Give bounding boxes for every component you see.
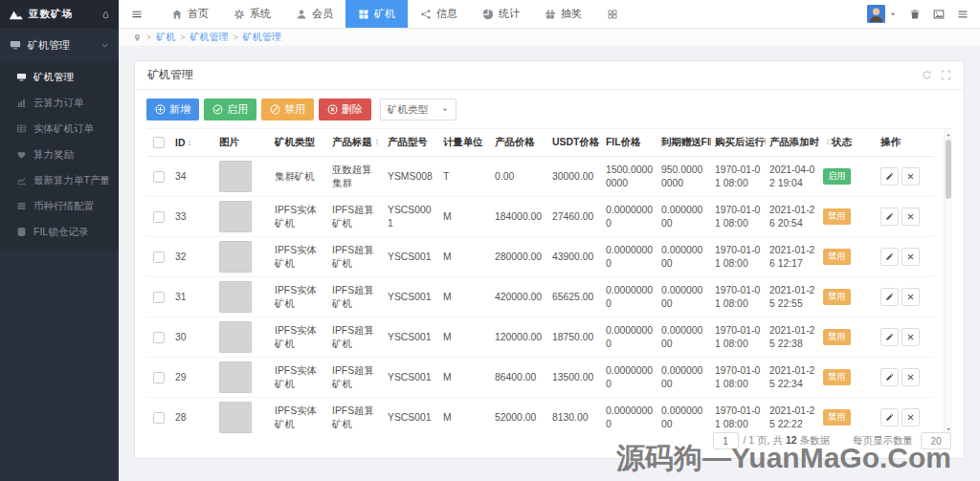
list-icon[interactable]	[957, 9, 969, 20]
sidebar-group-miner[interactable]: 矿机管理	[0, 29, 119, 61]
enable-button[interactable]: 启用	[204, 98, 256, 120]
sidebar-item-3[interactable]: 算力奖励	[0, 142, 119, 167]
edit-button[interactable]	[880, 208, 899, 226]
row-checkbox[interactable]	[153, 171, 165, 183]
sidebar-item-5[interactable]: 币种行情配置	[0, 193, 119, 219]
gear-icon	[234, 9, 245, 20]
cell-image	[215, 277, 271, 317]
row-checkbox[interactable]	[153, 332, 165, 343]
droplet-icon[interactable]	[101, 10, 110, 20]
nav-item-lottery[interactable]: 抽奖	[532, 0, 594, 28]
cell-price: 86400.00	[491, 358, 548, 398]
scrollbar-thumb[interactable]	[946, 140, 951, 199]
cell-id: 32	[171, 237, 215, 277]
refresh-icon[interactable]	[922, 70, 932, 80]
table-row-id-31: 31IPFS实体矿机IPFS超算矿机YSCS001M420000.0065625…	[146, 277, 934, 317]
image-icon[interactable]	[933, 9, 945, 20]
nav-item-apps[interactable]	[594, 0, 631, 28]
edit-button[interactable]	[880, 328, 899, 346]
disable-button[interactable]: 禁用	[261, 98, 314, 120]
sort-icon	[824, 138, 832, 146]
header-4[interactable]: 产品标题	[328, 129, 384, 157]
delete-row-button[interactable]	[902, 368, 920, 386]
miner-type-select[interactable]: 矿机类型	[380, 98, 457, 120]
cell-type: 集群矿机	[271, 157, 328, 197]
button-label: 启用	[227, 102, 248, 117]
trash-icon[interactable]	[909, 9, 921, 20]
breadcrumb-item-0[interactable]: 矿机	[156, 31, 175, 44]
delete-row-button[interactable]	[902, 328, 920, 346]
sidebar-item-2[interactable]: 实体矿机订单	[0, 116, 119, 142]
row-checkbox[interactable]	[153, 251, 165, 263]
edit-button[interactable]	[880, 288, 899, 306]
nav-item-miner[interactable]: 矿机	[345, 0, 408, 28]
table-wrap: ID图片矿机类型产品标题产品型号计量单位产品价格USDT价格FIL价格到期赠送F…	[146, 128, 952, 436]
delete-row-button[interactable]	[902, 167, 920, 186]
row-checkbox[interactable]	[153, 292, 165, 303]
cell-unit: M	[439, 317, 491, 358]
edit-button[interactable]	[880, 248, 899, 266]
breadcrumb: >矿机>矿机管理>矿机管理	[119, 29, 980, 47]
cell-status: 禁用	[819, 398, 877, 437]
cell-fil: 0.00000000	[602, 277, 657, 317]
edit-button[interactable]	[880, 167, 899, 186]
breadcrumb-separator: >	[234, 33, 238, 42]
delete-row-button[interactable]	[902, 208, 920, 226]
edit-button[interactable]	[880, 368, 899, 386]
cell-actions	[877, 358, 934, 398]
per-page-select[interactable]: 20	[921, 432, 951, 449]
sidebar-item-1[interactable]: 云算力订单	[0, 90, 119, 116]
cell-actions	[877, 197, 934, 237]
cell-unit: T	[439, 157, 491, 197]
scroll-up-icon[interactable]	[945, 130, 952, 139]
breadcrumb-item-2[interactable]: 矿机管理	[243, 31, 281, 44]
nav-item-info[interactable]: 信息	[408, 0, 470, 28]
delete-row-button[interactable]	[902, 288, 920, 306]
cell-select	[146, 157, 171, 197]
sidebar-item-0[interactable]: 矿机管理	[0, 64, 119, 90]
breadcrumb-item-1[interactable]: 矿机管理	[190, 31, 229, 44]
table-scrollbar[interactable]	[944, 129, 952, 434]
sidebar-item-4[interactable]: 最新算力单T产量	[0, 167, 119, 193]
row-checkbox[interactable]	[153, 211, 165, 223]
header-3: 矿机类型	[271, 129, 328, 157]
row-checkbox[interactable]	[153, 372, 165, 383]
delete-row-button[interactable]	[902, 408, 920, 426]
cell-runtime: 1970-01-01 08:00	[711, 197, 766, 237]
table-row-id-33: 33IPFS实体矿机IPFS超算矿机YSCS0001M184000.002746…	[146, 197, 934, 237]
delete-button[interactable]: 删除	[319, 98, 371, 120]
page-input[interactable]	[713, 432, 739, 449]
row-checkbox[interactable]	[153, 412, 165, 424]
cell-added: 2021-01-26 12:17	[766, 237, 819, 277]
miner-type-select-value: 矿机类型	[388, 103, 428, 117]
cell-status: 启用	[819, 157, 877, 197]
select-all-checkbox[interactable]	[153, 137, 165, 148]
cell-status: 禁用	[819, 358, 877, 398]
hamburger-icon[interactable]	[122, 0, 151, 28]
sidebar-item-6[interactable]: FIL锁仓记录	[0, 219, 119, 245]
cell-unit: M	[439, 358, 491, 398]
nav-item-system[interactable]: 系统	[221, 0, 283, 28]
monitor-icon	[16, 72, 27, 82]
sidebar-item-label: 最新算力单T产量	[33, 174, 110, 187]
cell-type: IPFS实体矿机	[271, 358, 328, 398]
fullscreen-icon[interactable]	[941, 70, 951, 80]
status-badge: 禁用	[823, 369, 851, 384]
nav-item-member[interactable]: 会员	[283, 0, 345, 28]
edit-button[interactable]	[880, 408, 899, 426]
user-menu[interactable]	[867, 5, 897, 23]
cell-price: 184000.00	[491, 197, 548, 237]
delete-row-button[interactable]	[902, 248, 920, 266]
add-button[interactable]: 新增	[146, 98, 199, 120]
cell-image	[215, 317, 271, 358]
pie-icon	[482, 9, 494, 20]
header-1[interactable]: ID	[171, 129, 215, 157]
coins-icon	[16, 201, 27, 211]
nav-item-stats[interactable]: 统计	[470, 0, 532, 28]
nav-item-home[interactable]: 首页	[159, 0, 221, 28]
header-13[interactable]: 状态	[819, 129, 877, 157]
ban-circle-icon	[270, 104, 280, 115]
cell-title: IPFS超算矿机	[328, 358, 384, 398]
product-image	[219, 161, 252, 192]
cell-id: 33	[171, 197, 215, 237]
